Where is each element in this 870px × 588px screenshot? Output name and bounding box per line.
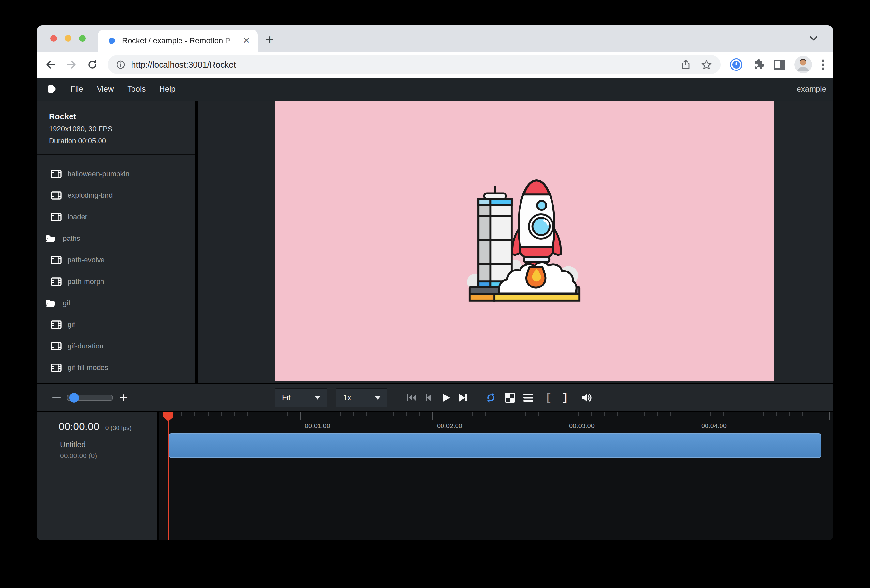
- ruler-tick-minor: [578, 412, 579, 416]
- menu-item-tools[interactable]: Tools: [127, 85, 146, 94]
- playback-rate-dropdown[interactable]: 1x: [336, 388, 387, 407]
- composition-item-halloween-pumpkin[interactable]: halloween-pumpkin: [37, 163, 195, 185]
- composition-item-path-morph[interactable]: path-morph: [37, 271, 195, 292]
- ruler-tick-major: [697, 412, 697, 420]
- browser-tab[interactable]: Rocket / example - Remotion P ✕: [98, 30, 258, 52]
- composition-item-exploding-bird[interactable]: exploding-bird: [37, 185, 195, 206]
- back-button[interactable]: [45, 59, 56, 70]
- composition-label: gif: [63, 299, 70, 307]
- film-icon: [51, 213, 62, 222]
- ruler-tick-minor: [380, 412, 380, 416]
- timeline-header: 00:00.00 0 (30 fps) Untitled 00:00.00 (0…: [37, 412, 159, 540]
- site-info-icon[interactable]: [116, 60, 125, 69]
- loop-toggle-button[interactable]: [485, 392, 496, 403]
- video-canvas[interactable]: [275, 101, 774, 381]
- ruler-tick-minor: [631, 412, 632, 416]
- folder-item-paths[interactable]: paths: [37, 228, 195, 249]
- ruler-tick-minor: [221, 412, 222, 416]
- reload-button[interactable]: [87, 59, 98, 70]
- forward-button[interactable]: [66, 59, 77, 70]
- ruler-tick-minor: [604, 412, 605, 416]
- ruler-tick-minor: [287, 412, 288, 416]
- ruler-time-label: 00:01.00: [305, 422, 330, 430]
- ruler-tick-minor: [182, 412, 182, 416]
- browser-tab-strip: Rocket / example - Remotion P ✕ +: [37, 25, 833, 52]
- playback-rate-value: 1x: [343, 393, 351, 402]
- composition-item-loader[interactable]: loader: [37, 206, 195, 228]
- ruler-tick-minor: [485, 412, 486, 416]
- composition-resolution: 1920x1080, 30 FPS: [49, 123, 189, 135]
- ruler-tick-minor: [472, 412, 473, 416]
- ruler-tick-minor: [314, 412, 314, 416]
- composition-title: Rocket: [49, 110, 189, 123]
- zoom-out-icon[interactable]: [52, 397, 61, 398]
- minimize-window-button[interactable]: [65, 35, 72, 42]
- next-frame-button[interactable]: [457, 392, 468, 403]
- track-name-label: Untitled: [37, 433, 156, 449]
- ruler-tick-minor: [538, 412, 539, 416]
- volume-button[interactable]: [581, 392, 592, 403]
- size-dropdown[interactable]: Fit: [275, 388, 327, 407]
- browser-toolbar: http://localhost:3001/Rocket: [37, 52, 833, 77]
- ruler-tick-minor: [261, 412, 261, 416]
- composition-label: path-evolve: [67, 256, 105, 264]
- onepassword-extension-icon[interactable]: [730, 58, 743, 71]
- menu-item-help[interactable]: Help: [159, 85, 175, 94]
- transparency-checkerboard-button[interactable]: [505, 392, 515, 403]
- composition-label: loader: [67, 213, 88, 221]
- out-point-button[interactable]: ]: [559, 392, 571, 403]
- composition-item-gif[interactable]: gif: [37, 314, 195, 335]
- zoom-slider[interactable]: [67, 394, 113, 401]
- new-tab-button[interactable]: +: [261, 31, 278, 48]
- ruler-tick-minor: [551, 412, 552, 416]
- close-window-button[interactable]: [50, 35, 57, 42]
- ruler-tick-minor: [247, 412, 248, 416]
- url-text[interactable]: http://localhost:3001/Rocket: [131, 60, 680, 70]
- remotion-favicon: [108, 37, 116, 45]
- ruler-tick-minor: [723, 412, 724, 416]
- ruler-tick-minor: [499, 412, 499, 416]
- composition-item-gif-duration[interactable]: gif-duration: [37, 335, 195, 357]
- tab-search-chevron-icon[interactable]: [809, 35, 818, 41]
- in-point-button[interactable]: [: [543, 392, 554, 403]
- window-controls: [50, 35, 86, 42]
- browser-menu-icon[interactable]: [821, 59, 825, 70]
- ruler-time-label: 00:02.00: [437, 422, 462, 430]
- play-button[interactable]: [440, 392, 451, 403]
- tab-title: Rocket / example - Remotion P: [122, 36, 241, 45]
- ruler-tick-minor: [327, 412, 327, 416]
- address-bar[interactable]: http://localhost:3001/Rocket: [108, 55, 721, 74]
- film-icon: [51, 256, 62, 265]
- extensions-puzzle-icon[interactable]: [752, 58, 764, 71]
- timeline-rows-button[interactable]: [523, 392, 534, 403]
- playhead-marker[interactable]: [164, 412, 173, 421]
- desktop-background: Rocket / example - Remotion P ✕ +: [0, 0, 870, 588]
- ruler-tick-major: [432, 412, 433, 420]
- playhead-line[interactable]: [168, 412, 169, 540]
- share-icon[interactable]: [680, 59, 691, 70]
- ruler-tick-minor: [790, 412, 790, 416]
- composition-item-path-evolve[interactable]: path-evolve: [37, 249, 195, 271]
- ruler-tick-minor: [617, 412, 618, 416]
- composition-item-gif-fill-modes[interactable]: gif-fill-modes: [37, 357, 195, 378]
- side-panel-icon[interactable]: [773, 59, 785, 70]
- folder-item-gif[interactable]: gif: [37, 292, 195, 314]
- ruler-tick-minor: [274, 412, 274, 416]
- ruler-tick-minor: [644, 412, 645, 416]
- composition-duration: Duration 00:05.00: [49, 135, 189, 147]
- menu-item-view[interactable]: View: [97, 85, 114, 94]
- menu-item-file[interactable]: File: [70, 85, 83, 94]
- zoom-in-icon[interactable]: +: [119, 391, 128, 405]
- zoom-slider-knob[interactable]: [69, 393, 79, 403]
- bookmark-star-icon[interactable]: [701, 59, 712, 70]
- jump-to-start-button[interactable]: [406, 392, 417, 403]
- ruler-tick-minor: [366, 412, 367, 416]
- zoom-window-button[interactable]: [79, 35, 86, 42]
- profile-avatar[interactable]: [794, 56, 812, 73]
- composition-label: exploding-bird: [67, 191, 113, 200]
- ruler-tick-minor: [749, 412, 750, 416]
- timeline-track-bar[interactable]: [169, 433, 821, 458]
- remotion-logo-icon[interactable]: [47, 83, 57, 95]
- tab-close-icon[interactable]: ✕: [241, 36, 251, 46]
- previous-frame-button[interactable]: [423, 392, 434, 403]
